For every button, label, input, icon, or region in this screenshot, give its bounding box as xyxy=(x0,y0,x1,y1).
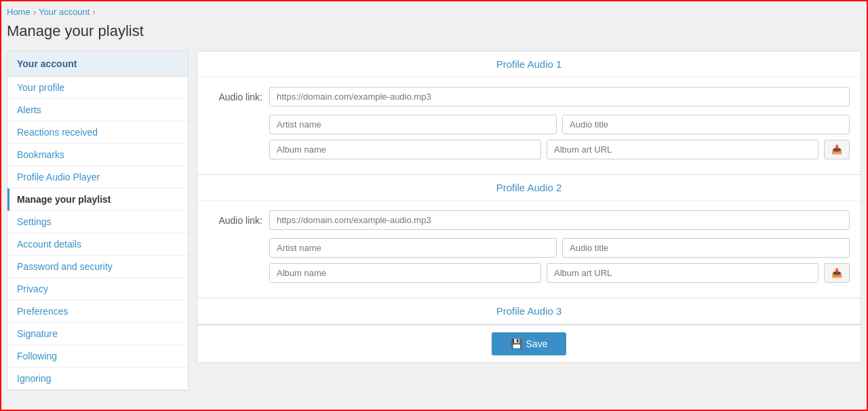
audio-section-2-header: Profile Audio 2 xyxy=(197,175,861,201)
breadcrumb-account[interactable]: Your account xyxy=(39,7,90,17)
sidebar: Your account Your profile Alerts Reactio… xyxy=(7,51,189,391)
album-art-url-input-2[interactable] xyxy=(547,263,818,283)
sidebar-item-bookmarks[interactable]: Bookmarks xyxy=(7,144,188,166)
audio-section-2-body: Audio link: 📥 xyxy=(197,201,861,298)
audio-section-2: Profile Audio 2 Audio link: 📥 xyxy=(197,175,861,298)
save-button-label: Save xyxy=(526,338,548,349)
audio-section-3-header: Profile Audio 3 xyxy=(197,298,861,324)
audio-fields-row-2b: 📥 xyxy=(269,263,850,283)
breadcrumb-sep-1: › xyxy=(33,7,36,17)
audio-link-input-2[interactable] xyxy=(269,210,850,230)
sidebar-item-preferences[interactable]: Preferences xyxy=(7,300,188,323)
audio-title-input-1[interactable] xyxy=(562,115,850,134)
audio-link-label-1: Audio link: xyxy=(208,92,262,102)
upload-art-button-1[interactable]: 📥 xyxy=(824,140,850,159)
main-layout: Your account Your profile Alerts Reactio… xyxy=(7,51,861,391)
audio-link-row-2: Audio link: xyxy=(208,210,850,230)
sidebar-item-manage-your-playlist[interactable]: Manage your playlist xyxy=(7,189,188,211)
sidebar-item-privacy[interactable]: Privacy xyxy=(7,278,188,300)
audio-fields-row-1a xyxy=(269,115,850,134)
breadcrumb-home[interactable]: Home xyxy=(7,7,31,17)
audio-fields-row-2a xyxy=(269,238,850,258)
sidebar-item-password-and-security[interactable]: Password and security xyxy=(7,256,188,278)
page-title: Manage your playlist xyxy=(7,22,861,40)
breadcrumb-sep-2: › xyxy=(92,7,95,17)
album-name-input-2[interactable] xyxy=(269,263,541,283)
sidebar-item-account-details[interactable]: Account details xyxy=(7,233,188,256)
sidebar-item-settings[interactable]: Settings xyxy=(7,211,188,233)
sidebar-item-signature[interactable]: Signature xyxy=(7,323,188,345)
album-art-url-input-1[interactable] xyxy=(547,140,818,159)
upload-art-button-2[interactable]: 📥 xyxy=(824,263,850,283)
sidebar-item-alerts[interactable]: Alerts xyxy=(7,99,188,121)
save-icon: 💾 xyxy=(511,338,522,349)
sidebar-item-profile-audio-player[interactable]: Profile Audio Player xyxy=(7,166,188,189)
breadcrumb: Home › Your account › xyxy=(7,7,861,17)
audio-section-3: Profile Audio 3 xyxy=(197,298,861,325)
audio-link-input-1[interactable] xyxy=(269,87,850,106)
artist-name-input-2[interactable] xyxy=(269,238,557,258)
audio-section-1: Profile Audio 1 Audio link: 📥 xyxy=(197,52,861,175)
save-row: 💾 Save xyxy=(197,325,861,362)
page-wrapper: Home › Your account › Manage your playli… xyxy=(0,0,868,411)
sidebar-item-following[interactable]: Following xyxy=(7,345,188,368)
sidebar-item-reactions-received[interactable]: Reactions received xyxy=(7,121,188,144)
sidebar-section-header: Your account xyxy=(7,52,188,77)
album-name-input-1[interactable] xyxy=(269,140,541,159)
content-area: Profile Audio 1 Audio link: 📥 xyxy=(197,51,861,363)
audio-title-input-2[interactable] xyxy=(562,238,850,258)
save-button[interactable]: 💾 Save xyxy=(492,332,567,355)
audio-link-row-1: Audio link: xyxy=(208,87,850,106)
sidebar-item-ignoring[interactable]: Ignoring xyxy=(7,368,188,390)
artist-name-input-1[interactable] xyxy=(269,115,557,134)
sidebar-item-your-profile[interactable]: Your profile xyxy=(7,77,188,99)
upload-icon-2: 📥 xyxy=(831,268,842,278)
audio-section-1-header: Profile Audio 1 xyxy=(197,52,861,77)
audio-link-label-2: Audio link: xyxy=(208,215,262,226)
audio-section-1-body: Audio link: 📥 xyxy=(197,77,861,174)
audio-fields-row-1b: 📥 xyxy=(269,140,850,159)
upload-icon-1: 📥 xyxy=(831,144,842,155)
